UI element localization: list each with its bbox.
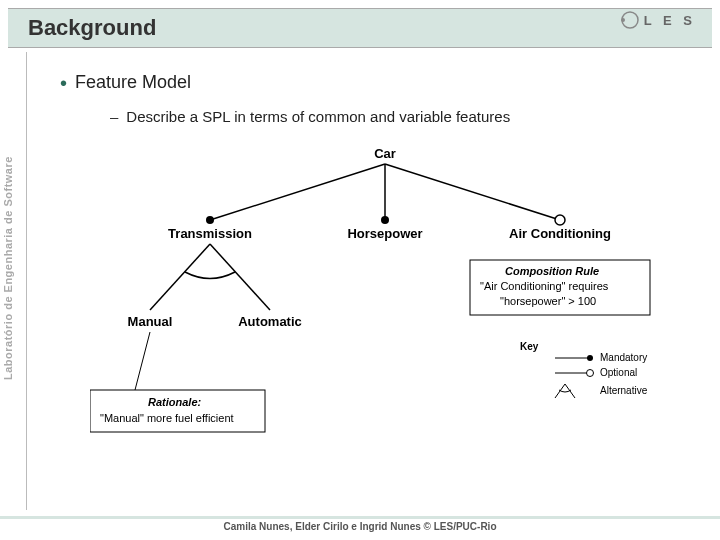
logo-icon — [620, 10, 640, 30]
svg-line-2 — [210, 164, 385, 220]
svg-line-4 — [385, 164, 560, 220]
bullet-level-2: –Describe a SPL in terms of common and v… — [110, 108, 510, 125]
svg-point-12 — [587, 355, 593, 361]
rationale-title: Rationale: — [148, 396, 202, 408]
footer-divider — [0, 516, 720, 519]
slide-header: Background — [8, 8, 712, 48]
svg-point-7 — [555, 215, 565, 225]
node-manual: Manual — [128, 314, 173, 329]
key-title: Key — [520, 341, 539, 352]
node-horsepower: Horsepower — [347, 226, 422, 241]
comprule-l1: "Air Conditioning" requires — [480, 280, 609, 292]
vertical-divider — [26, 52, 27, 510]
node-airconditioning: Air Conditioning — [509, 226, 611, 241]
sidebar-label: Laboratório de Engenharia de Software — [2, 156, 14, 380]
alternative-arc — [185, 272, 235, 279]
footer-text: Camila Nunes, Elder Cirilo e Ingrid Nune… — [224, 521, 497, 532]
svg-point-1 — [621, 18, 625, 22]
comprule-title: Composition Rule — [505, 265, 599, 277]
svg-point-6 — [381, 216, 389, 224]
svg-point-14 — [587, 370, 594, 377]
slide-title: Background — [28, 15, 156, 41]
key-mandatory: Mandatory — [600, 352, 647, 363]
bullet-dot-icon: • — [60, 72, 67, 94]
comprule-l2: "horsepower" > 100 — [500, 295, 596, 307]
key-alternative: Alternative — [600, 385, 648, 396]
svg-line-10 — [135, 332, 150, 390]
node-car: Car — [374, 146, 396, 161]
svg-point-5 — [206, 216, 214, 224]
node-automatic: Automatic — [238, 314, 302, 329]
bullet-dash-icon: – — [110, 108, 118, 125]
bullet1-text: Feature Model — [75, 72, 191, 92]
bullet2-text: Describe a SPL in terms of common and va… — [126, 108, 510, 125]
feature-model-diagram: Car Transmission Horsepower Air Conditio… — [90, 140, 680, 480]
logo-text: L E S — [644, 13, 696, 28]
logo: L E S — [620, 10, 696, 30]
slide-footer: Camila Nunes, Elder Cirilo e Ingrid Nune… — [0, 516, 720, 532]
key-optional: Optional — [600, 367, 637, 378]
bullet-level-1: •Feature Model — [60, 72, 191, 95]
node-transmission: Transmission — [168, 226, 252, 241]
rationale-body: "Manual" more fuel efficient — [100, 412, 234, 424]
